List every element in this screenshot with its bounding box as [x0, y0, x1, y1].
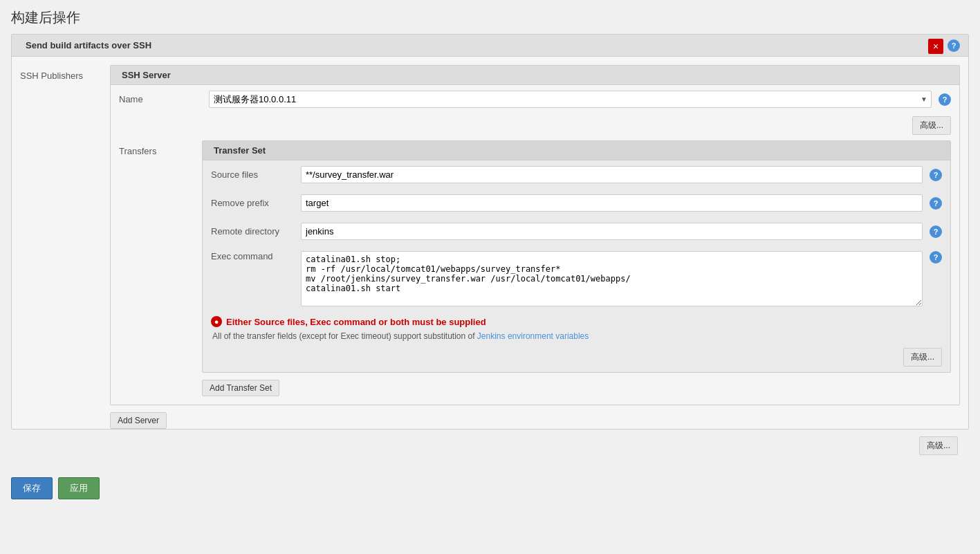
transfers-label: Transfers [119, 140, 202, 396]
transfer-advanced-row: 高级... [203, 345, 950, 372]
name-select-wrapper: 测试服务器10.0.0.11 ▼ [209, 91, 932, 108]
error-icon: ● [211, 316, 222, 327]
footer-bar: 保存 应用 [0, 469, 980, 508]
info-prefix: All of the transfer fields (except for E… [212, 331, 475, 341]
exec-command-row: Exec command catalina01.sh stop; rm -rf … [203, 246, 950, 312]
panel-title: Send build artifacts over SSH [26, 40, 151, 50]
panel-help-icon[interactable]: ? [947, 39, 960, 52]
remove-prefix-row: Remove prefix ? [203, 189, 950, 217]
exec-command-textarea[interactable]: catalina01.sh stop; rm -rf /usr/local/to… [301, 251, 923, 306]
transfer-set-header: Transfer Set [203, 141, 950, 160]
name-help-icon[interactable]: ? [939, 93, 951, 106]
transfer-set-title: Transfer Set [214, 145, 266, 156]
source-files-input[interactable] [301, 166, 923, 183]
name-label: Name [119, 94, 202, 104]
source-files-row: Source files ? [203, 160, 950, 189]
remote-directory-row: Remote directory ? [203, 217, 950, 246]
remove-prefix-label: Remove prefix [211, 198, 294, 208]
error-message: ● Either Source files, Exec command or b… [211, 316, 486, 327]
source-files-label: Source files [211, 169, 294, 180]
save-button[interactable]: 保存 [11, 477, 53, 499]
ssh-server-header: SSH Server [111, 66, 959, 85]
remote-directory-help-icon[interactable]: ? [930, 225, 942, 238]
transfers-row: Transfers Transfer Set [111, 140, 959, 405]
bottom-advanced-row: 高级... [11, 430, 969, 458]
remote-directory-input[interactable] [301, 223, 923, 240]
remote-directory-label: Remote directory [211, 226, 294, 237]
ssh-server-content: SSH Server Name 测试服务器10.0.0.11 ▼ ? [110, 65, 960, 429]
exec-command-label: Exec command [211, 251, 294, 261]
server-advanced-row: 高级... [111, 113, 959, 140]
apply-button[interactable]: 应用 [58, 477, 100, 499]
panel-header: Send build artifacts over SSH × ? [12, 35, 968, 57]
close-button[interactable]: × [928, 39, 943, 54]
add-server-button[interactable]: Add Server [110, 412, 167, 429]
remove-prefix-help-icon[interactable]: ? [930, 197, 942, 210]
name-select[interactable]: 测试服务器10.0.0.11 [209, 91, 932, 108]
error-row: ● Either Source files, Exec command or b… [203, 312, 950, 345]
transfer-advanced-button[interactable]: 高级... [903, 348, 942, 367]
add-transfer-set-button[interactable]: Add Transfer Set [202, 380, 279, 396]
ssh-publishers-label: SSH Publishers [20, 65, 110, 429]
main-panel: Send build artifacts over SSH × ? SSH Pu… [11, 34, 969, 430]
bottom-advanced-button[interactable]: 高级... [919, 436, 958, 455]
server-advanced-button[interactable]: 高级... [912, 116, 951, 135]
source-files-help-icon[interactable]: ? [930, 169, 942, 181]
exec-command-help-icon[interactable]: ? [930, 251, 942, 264]
ssh-publishers-row: SSH Publishers SSH Server Name [12, 57, 968, 429]
transfers-content: Transfer Set Source files ? [202, 140, 951, 396]
panel-body: SSH Publishers SSH Server Name [12, 57, 968, 429]
ssh-server-title: SSH Server [122, 70, 171, 80]
error-text: Either Source files, Exec command or bot… [226, 317, 486, 327]
transfer-set-box: Transfer Set Source files ? [202, 140, 951, 373]
jenkins-env-vars-link[interactable]: Jenkins environment variables [477, 331, 589, 341]
info-text: All of the transfer fields (except for E… [211, 331, 589, 341]
add-transfer-row: Add Transfer Set [202, 373, 951, 396]
remove-prefix-input[interactable] [301, 194, 923, 212]
ssh-server-box: SSH Server Name 测试服务器10.0.0.11 ▼ ? [110, 65, 960, 405]
page-title: 构建后操作 [0, 0, 980, 34]
name-row: Name 测试服务器10.0.0.11 ▼ ? [111, 85, 959, 113]
add-server-row: Add Server [110, 405, 960, 429]
